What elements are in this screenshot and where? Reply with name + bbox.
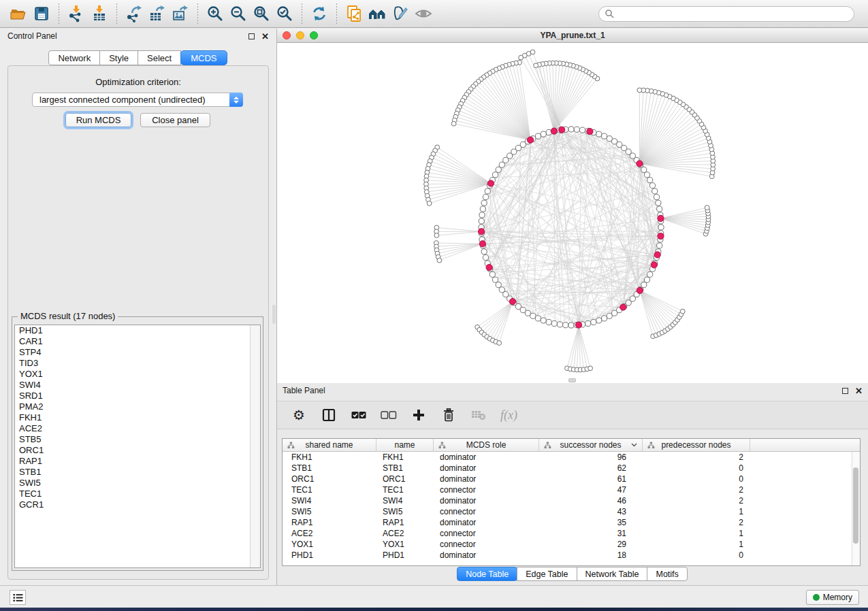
float-panel-icon[interactable] [248,33,255,39]
search-field[interactable] [598,6,854,22]
columns-icon[interactable] [321,406,337,425]
column-header-mcds-role[interactable]: MCDS role [434,439,539,451]
table-row[interactable]: PHD1PHD1dominator180 [283,550,860,561]
export-network-icon[interactable] [123,2,146,25]
list-item[interactable]: SWI4 [15,380,260,391]
tab-motifs[interactable]: Motifs [647,567,687,581]
delete-column-icon[interactable] [440,406,457,425]
optimization-selected-value: largest connected component (undirected) [33,95,229,105]
tab-node-table[interactable]: Node Table [457,567,517,581]
add-column-icon[interactable] [411,406,427,425]
gear-icon[interactable]: ⚙ [291,406,307,425]
table-row[interactable]: SWI5SWI5connector431 [283,506,860,517]
function-builder-icon: f(x) [500,406,517,425]
duplicate-network-icon[interactable] [342,2,366,25]
column-header-predecessor-nodes[interactable]: predecessor nodes [643,439,750,451]
list-item[interactable]: PMA2 [15,401,260,412]
table-scrollbar-track[interactable] [852,452,860,565]
table-row[interactable]: YOX1YOX1connector291 [283,539,860,550]
list-item[interactable]: TID3 [15,358,260,369]
column-label: name [394,440,415,450]
list-item[interactable]: ORC1 [15,445,260,456]
close-window-icon[interactable] [283,31,291,39]
maximize-window-icon[interactable] [310,31,318,39]
list-item[interactable]: GCR1 [15,499,260,510]
cell-predecessors: 2 [643,485,750,495]
network-canvas[interactable] [277,43,868,383]
table-row[interactable]: STB1STB1dominator620 [283,463,860,474]
list-item[interactable]: STB1 [15,467,260,478]
list-item[interactable]: FKH1 [15,412,260,423]
houses-icon[interactable] [366,2,389,25]
tab-edge-table[interactable]: Edge Table [517,567,577,581]
list-item[interactable]: SWI5 [15,478,260,489]
minimize-window-icon[interactable] [296,31,304,39]
annotation-icon[interactable] [389,2,412,25]
tab-network[interactable]: Network [48,50,100,65]
cell-successors: 62 [539,463,643,473]
search-input[interactable] [614,9,848,18]
table-row[interactable]: RAP1RAP1dominator352 [283,517,860,528]
cell-shared-name: SWI5 [283,507,376,516]
export-table-icon[interactable] [146,2,169,25]
table-row[interactable]: SWI4SWI4dominator462 [283,495,860,506]
application-window: Control Panel ✕ Network Style Select MCD… [0,0,868,608]
result-list-scrollbar[interactable] [250,325,260,567]
cell-predecessors: 2 [643,496,750,506]
import-network-icon[interactable] [65,2,88,25]
splitter-grip-icon[interactable] [568,378,576,382]
list-item[interactable]: PHD1 [15,325,260,336]
list-item[interactable]: CAR1 [15,336,260,347]
list-item[interactable]: ACE2 [15,423,260,434]
close-panel-icon[interactable]: ✕ [261,33,269,39]
optimization-select[interactable]: largest connected component (undirected) [32,93,243,107]
list-item[interactable]: RAP1 [15,456,260,467]
eye-icon[interactable] [412,2,435,25]
open-folder-icon[interactable] [7,2,30,25]
cell-predecessors: 2 [643,452,750,462]
zoom-selected-icon[interactable] [273,2,296,25]
task-history-button[interactable] [10,590,26,605]
cell-predecessors: 1 [643,507,750,516]
tab-network-table[interactable]: Network Table [577,567,648,581]
table-row[interactable]: TEC1TEC1connector472 [283,484,860,495]
tab-style[interactable]: Style [99,50,138,65]
column-namespace-icon [647,442,655,449]
list-item[interactable]: SRD1 [15,391,260,401]
zoom-out-icon[interactable] [227,2,250,25]
list-item[interactable]: YOX1 [15,369,260,380]
column-header-successor-nodes[interactable]: successor nodes [539,439,643,451]
cell-name: YOX1 [376,540,434,549]
tab-select[interactable]: Select [138,50,181,65]
list-item[interactable]: TEC1 [15,489,260,499]
cell-successors: 31 [539,529,643,538]
import-table-icon[interactable] [88,2,111,25]
table-scrollbar-thumb[interactable] [853,467,858,544]
column-header-name[interactable]: name [376,439,434,451]
network-window-title: YPA_prune.txt_1 [277,31,868,40]
float-panel-icon[interactable] [842,388,848,394]
column-header-shared-name[interactable]: shared name [283,439,376,451]
close-panel-button[interactable]: Close panel [140,113,210,127]
save-icon[interactable] [30,2,53,25]
memory-button[interactable]: Memory [806,590,859,605]
select-all-icon[interactable] [351,406,367,425]
list-item[interactable]: STP4 [15,347,260,358]
cell-successors: 96 [539,452,643,462]
zoom-in-icon[interactable] [204,2,227,25]
table-row[interactable]: FKH1FKH1dominator962 [283,452,860,463]
control-panel: Control Panel ✕ Network Style Select MCD… [2,29,274,585]
tab-mcds[interactable]: MCDS [180,50,227,65]
cell-mcds-role: connector [434,507,539,516]
table-row[interactable]: ACE2ACE2connector311 [283,528,860,539]
deselect-all-icon[interactable] [381,406,397,425]
column-label: predecessor nodes [661,440,730,450]
export-image-icon[interactable] [169,2,192,25]
table-row[interactable]: ORC1ORC1dominator610 [283,474,860,484]
refresh-icon[interactable] [308,2,331,25]
list-item[interactable]: STB5 [15,434,260,445]
zoom-fit-icon[interactable] [250,2,273,25]
panel-splitter-handle[interactable] [272,305,276,324]
close-panel-icon[interactable]: ✕ [855,388,863,394]
run-mcds-button[interactable]: Run MCDS [65,113,131,127]
